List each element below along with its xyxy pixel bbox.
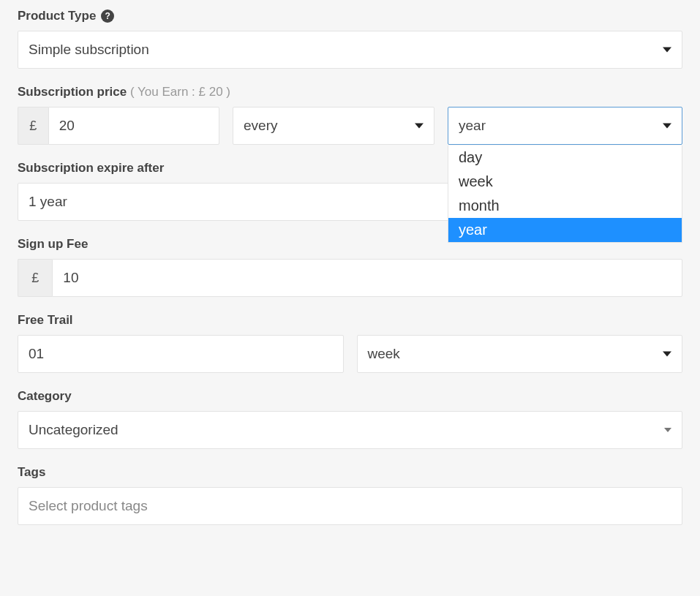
period-option-month[interactable]: month [448,194,682,218]
free-trail-unit-value: week [368,346,400,362]
subscription-period-dropdown: day week month year [448,146,682,243]
free-trail-unit-select[interactable]: week [357,335,683,373]
category-label: Category [18,389,682,404]
tags-label: Tags [18,465,682,480]
chevron-down-icon [664,428,671,432]
period-option-week[interactable]: week [448,170,682,194]
category-select[interactable]: Uncategorized [18,411,682,449]
product-type-label: Product Type ? [18,9,682,23]
category-group: Category Uncategorized [18,389,682,449]
tags-group: Tags Select product tags [18,465,682,525]
chevron-down-icon [663,124,671,129]
free-trail-group: Free Trail week [18,313,682,373]
free-trail-count-input[interactable] [18,335,344,373]
subscription-price-label: Subscription price ( You Earn : £ 20 ) [18,85,682,99]
free-trail-label: Free Trail [18,313,682,328]
currency-addon: £ [18,259,52,297]
subscription-price-hint: ( You Earn : £ 20 ) [130,85,230,99]
period-option-year[interactable]: year [448,218,682,242]
chevron-down-icon [663,48,671,53]
currency-addon: £ [18,107,48,145]
subscription-price-label-text: Subscription price [18,85,127,99]
category-value: Uncategorized [29,422,118,438]
subscription-price-group: Subscription price ( You Earn : £ 20 ) £… [18,85,682,145]
expire-after-value: 1 year [29,194,67,210]
help-icon[interactable]: ? [101,10,114,23]
product-type-select-value: Simple subscription [29,42,149,58]
signup-fee-input-group: £ [18,259,682,297]
period-option-day[interactable]: day [448,146,682,170]
tags-placeholder: Select product tags [29,498,148,514]
subscription-price-input-group: £ [18,107,219,145]
product-type-label-text: Product Type [18,9,96,23]
signup-fee-group: Sign up Fee £ [18,237,682,297]
tags-input[interactable]: Select product tags [18,487,682,525]
subscription-frequency-select[interactable]: every [233,107,434,145]
chevron-down-icon [415,124,424,129]
subscription-period-value: year [459,118,486,134]
product-type-group: Product Type ? Simple subscription [18,9,682,69]
subscription-period-select[interactable]: year [448,107,682,145]
product-type-select[interactable]: Simple subscription [18,31,682,69]
signup-fee-input[interactable] [52,259,682,297]
subscription-price-input[interactable] [48,107,219,145]
chevron-down-icon [663,352,671,357]
subscription-frequency-value: every [244,118,277,134]
